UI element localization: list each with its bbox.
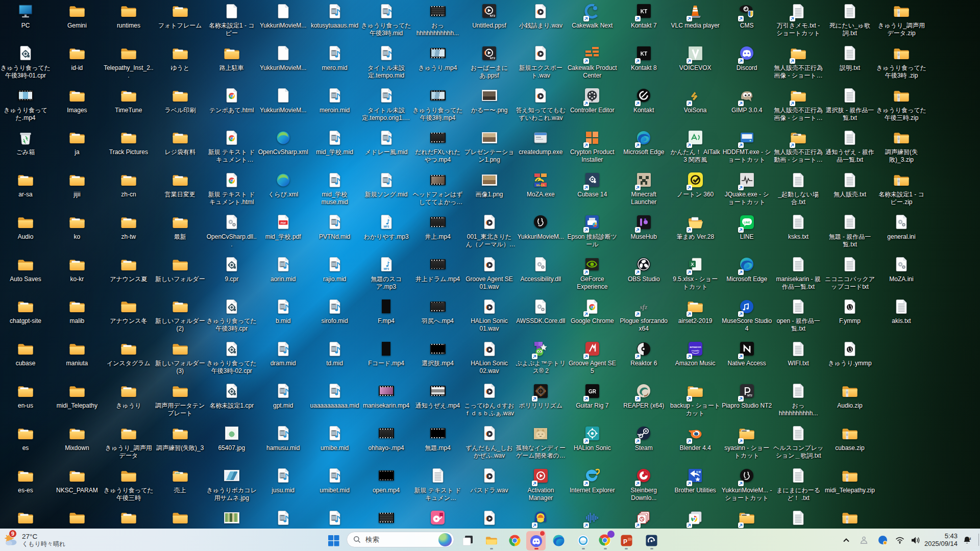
svg-text:MoZA: MoZA <box>536 184 545 187</box>
svg-text:P: P <box>623 538 627 545</box>
svg-text:MP3: MP3 <box>383 225 389 228</box>
svg-text:amazon: amazon <box>690 345 701 348</box>
svg-text:X: X <box>691 262 694 267</box>
svg-text:NT2: NT2 <box>490 56 495 59</box>
svg-text:sfz: sfz <box>640 303 648 311</box>
svg-text:KT: KT <box>641 51 647 56</box>
svg-text:PDF: PDF <box>280 221 286 224</box>
svg-text:music: music <box>691 349 699 352</box>
svg-text:MP3: MP3 <box>383 267 389 270</box>
svg-text:NT2: NT2 <box>490 14 495 17</box>
svg-text:LINE: LINE <box>744 220 750 223</box>
svg-text:NT2: NT2 <box>747 394 752 397</box>
svg-text:GR: GR <box>589 388 597 394</box>
svg-text:z: z <box>969 537 971 540</box>
svg-text:KT: KT <box>641 9 647 14</box>
